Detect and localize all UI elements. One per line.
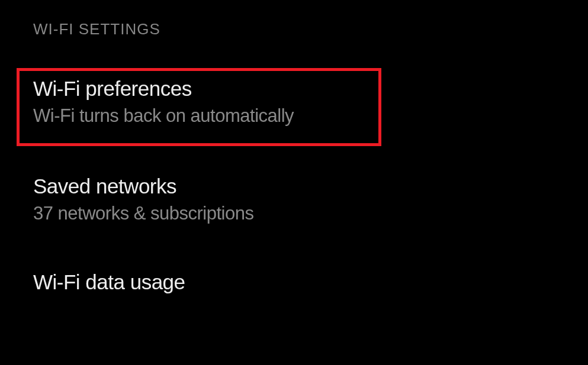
section-header: WI-FI SETTINGS	[33, 20, 588, 38]
saved-networks-title: Saved networks	[33, 175, 588, 198]
wifi-settings-container: WI-FI SETTINGS Wi-Fi preferences Wi-Fi t…	[0, 0, 588, 294]
saved-networks-subtitle: 37 networks & subscriptions	[33, 203, 588, 224]
wifi-preferences-title: Wi-Fi preferences	[33, 77, 367, 101]
wifi-preferences-item[interactable]: Wi-Fi preferences Wi-Fi turns back on au…	[17, 68, 381, 146]
wifi-data-usage-title: Wi-Fi data usage	[33, 270, 588, 294]
wifi-data-usage-item[interactable]: Wi-Fi data usage	[33, 270, 588, 294]
wifi-preferences-subtitle: Wi-Fi turns back on automatically	[33, 105, 367, 127]
saved-networks-item[interactable]: Saved networks 37 networks & subscriptio…	[33, 175, 588, 224]
